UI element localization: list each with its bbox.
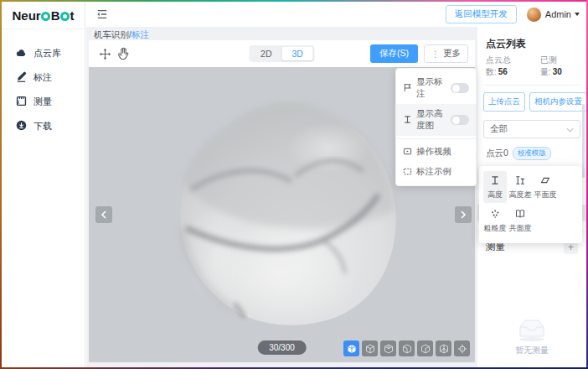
breadcrumb: 机车识别/标注 <box>86 27 477 41</box>
show-annotations-toggle[interactable] <box>451 83 469 93</box>
user-name: Admin <box>545 9 571 19</box>
filter-selected-value: 全部 <box>490 123 508 135</box>
cloud-icon <box>16 49 27 59</box>
show-heightmap-toggle[interactable] <box>451 115 469 125</box>
height-difference-icon <box>515 175 525 187</box>
view-cube-button-5[interactable] <box>417 340 433 356</box>
canvas-toolbar: 2D 3D 保存(S) ⋮ 更多 显示标注 <box>89 40 475 67</box>
tool-coplanarity[interactable]: 共面度 <box>508 205 532 236</box>
tool-label: 粗糙度 <box>484 223 507 234</box>
upload-pointcloud-button[interactable]: 上传点云 <box>483 92 525 112</box>
menu-divider <box>396 138 476 139</box>
panel-actions: 上传点云 相机内参设置 <box>477 86 586 118</box>
caret-down-icon <box>575 13 580 16</box>
logo-text-3: t <box>70 8 75 23</box>
calibration-template-tag: 校准模版 <box>513 147 551 160</box>
more-dropdown-menu: 显示标注 显示高度图 操作视频 <box>395 68 477 186</box>
download-icon <box>16 120 27 133</box>
pointcloud-name: 点云0 <box>486 148 508 159</box>
sidebar-nav: 点云库 标注 测量 下载 <box>2 29 85 138</box>
back-to-model-dev-button[interactable]: 返回模型开发 <box>446 5 517 23</box>
user-menu[interactable]: Admin <box>545 9 580 19</box>
tool-height-difference[interactable]: 高度差 <box>508 171 532 203</box>
logo-text-1: Neur <box>12 8 40 23</box>
menu-item-label: 显示高度图 <box>416 108 446 132</box>
ruler-icon <box>16 96 27 108</box>
panel-stats: 点云总数:56 已测量:30 <box>477 55 586 85</box>
app-logo: NeurBt <box>2 2 85 29</box>
video-icon <box>403 147 412 158</box>
empty-state: 暂无测量 <box>477 317 586 356</box>
chevron-down-icon <box>566 124 574 134</box>
app-root: NeurBt 点云库 标注 测量 下载 <box>2 2 586 367</box>
sidebar: NeurBt 点云库 标注 测量 下载 <box>2 2 85 367</box>
sidebar-item-label: 测量 <box>34 96 52 108</box>
avatar[interactable] <box>527 8 541 22</box>
logo-text-2: B <box>51 8 60 23</box>
app-window: NeurBt 点云库 标注 测量 下载 <box>0 0 588 369</box>
window-border-top <box>0 0 588 2</box>
gear-o-icon <box>60 12 70 21</box>
stat-measured-value: 30 <box>553 67 562 76</box>
tool-flatness[interactable]: 平面度 <box>534 171 557 203</box>
reset-view-button[interactable] <box>454 340 470 356</box>
main-area: 机车识别/标注 2D 3D 保存(S) <box>86 27 477 367</box>
sidebar-item-label: 下载 <box>34 120 52 133</box>
roughness-dots-icon <box>490 209 500 221</box>
camera-intrinsics-button[interactable]: 相机内参设置 <box>529 92 586 112</box>
kebab-menu-icon: ⋮ <box>431 49 440 59</box>
view-cube-button-1[interactable] <box>343 340 359 356</box>
sidebar-item-measure[interactable]: 测量 <box>2 90 85 114</box>
tool-label: 平面度 <box>534 190 557 200</box>
menu-item-label: 显示标注 <box>416 76 446 100</box>
stat-measured: 已测量:30 <box>540 55 578 78</box>
sidebar-collapse-icon[interactable] <box>93 5 111 23</box>
tool-label: 共面度 <box>509 223 532 234</box>
stat-total-value: 56 <box>498 67 508 76</box>
menu-item-label: 操作视频 <box>416 146 451 158</box>
pointcloud-group-row[interactable]: 点云0 校准模版 <box>477 145 586 167</box>
menu-item-annotation-example[interactable]: 标注示例 <box>396 162 476 182</box>
parallelogram-icon <box>540 175 550 187</box>
list-scrollbar[interactable] <box>582 104 585 178</box>
menu-item-show-heightmap[interactable]: 显示高度图 <box>396 104 476 136</box>
sidebar-item-annotate[interactable]: 标注 <box>2 65 85 90</box>
tool-roughness[interactable]: 粗糙度 <box>483 205 507 236</box>
canvas-card: 2D 3D 保存(S) ⋮ 更多 显示标注 <box>89 40 475 362</box>
view-cube-button-4[interactable] <box>399 340 415 356</box>
previous-frame-button[interactable] <box>95 206 112 223</box>
top-header: 返回模型开发 Admin <box>86 2 586 27</box>
menu-item-tutorial-video[interactable]: 操作视频 <box>396 142 476 162</box>
breadcrumb-parent[interactable]: 机车识别 <box>94 29 129 39</box>
toggle-2d-button[interactable]: 2D <box>250 47 281 60</box>
pan-hand-tool-icon[interactable] <box>114 44 132 63</box>
next-frame-button[interactable] <box>455 206 472 223</box>
tooth-3d-model <box>154 96 404 332</box>
sidebar-item-download[interactable]: 下载 <box>2 114 85 138</box>
tool-label: 高度差 <box>509 190 532 200</box>
more-button[interactable]: ⋮ 更多 <box>424 44 468 63</box>
tool-height[interactable]: 高度 <box>483 171 507 203</box>
filter-select[interactable]: 全部 <box>483 120 580 138</box>
empty-box-icon <box>513 317 550 342</box>
view-cube-button-2[interactable] <box>362 340 378 356</box>
toolbar-right: 保存(S) ⋮ 更多 <box>370 44 468 63</box>
panel-title: 点云列表 <box>477 27 586 55</box>
tool-label: 高度 <box>487 190 503 200</box>
view-cube-button-6[interactable] <box>436 340 451 356</box>
height-ibeam-icon <box>490 175 500 187</box>
view-cube-button-3[interactable] <box>380 340 396 356</box>
toggle-3d-button[interactable]: 3D <box>282 47 313 60</box>
menu-item-show-annotations[interactable]: 显示标注 <box>396 72 476 104</box>
header-right: 返回模型开发 Admin <box>446 5 580 23</box>
move-tool-icon[interactable] <box>95 44 114 63</box>
open-book-icon <box>515 209 525 221</box>
empty-state-text: 暂无测量 <box>515 345 549 356</box>
pen-icon <box>16 71 27 84</box>
window-border-left <box>0 0 2 369</box>
sidebar-item-pointcloud-library[interactable]: 点云库 <box>2 41 85 65</box>
gear-o-icon <box>41 12 50 21</box>
save-button[interactable]: 保存(S) <box>370 44 418 63</box>
sidebar-item-label: 点云库 <box>34 47 61 60</box>
sidebar-item-label: 标注 <box>34 71 52 84</box>
